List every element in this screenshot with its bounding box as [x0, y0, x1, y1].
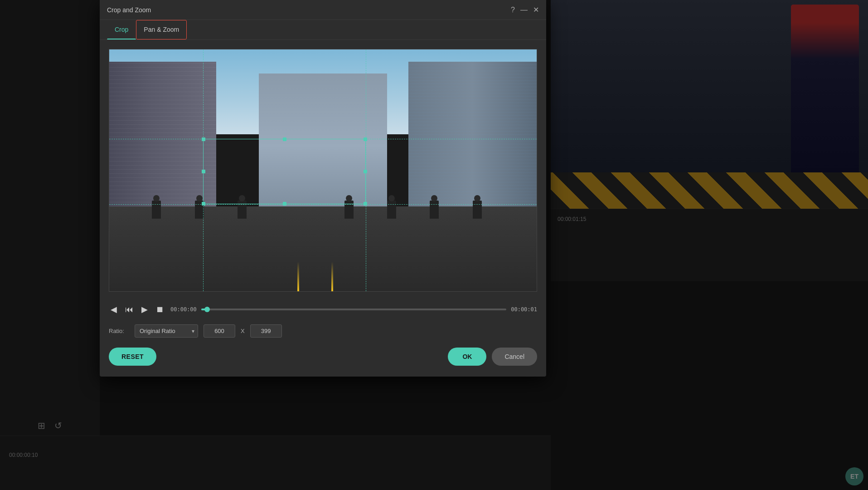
minimize-icon[interactable]: —: [520, 6, 528, 14]
stop-button[interactable]: ⏹: [154, 303, 166, 316]
titlebar-controls: ? — ✕: [511, 5, 539, 14]
current-time: 00:00:00: [170, 306, 197, 313]
button-group: OK Cancel: [448, 348, 537, 366]
ratio-select-wrapper: Original Ratio 16:9 4:3 1:1 9:16: [135, 324, 198, 338]
person-4: [344, 201, 354, 219]
help-icon[interactable]: ?: [511, 6, 515, 14]
height-input[interactable]: [250, 324, 282, 338]
modal-titlebar: Crop and Zoom ? — ✕: [100, 0, 546, 20]
cancel-button[interactable]: Cancel: [492, 348, 537, 366]
modal-body: ◀ ⏮ ▶ ⏹ 00:00:00 00:00:01 Ratio: Origina…: [100, 40, 546, 377]
person-6: [430, 201, 439, 219]
dimension-separator: X: [241, 328, 245, 334]
play-button[interactable]: ▶: [140, 303, 150, 316]
video-preview[interactable]: [109, 49, 537, 292]
reset-button[interactable]: RESET: [109, 348, 156, 366]
tab-pan-zoom[interactable]: Pan & Zoom: [136, 20, 187, 39]
width-input[interactable]: [204, 324, 235, 338]
progress-bar[interactable]: [201, 309, 506, 310]
street-layer: [109, 206, 537, 291]
modal-title: Crop and Zoom: [107, 6, 151, 14]
ok-button[interactable]: OK: [448, 348, 486, 366]
person-1: [152, 201, 161, 219]
modal-tabs: Crop Pan & Zoom: [100, 20, 546, 40]
road-line-left: [297, 262, 299, 291]
ratio-row: Ratio: Original Ratio 16:9 4:3 1:1 9:16 …: [109, 320, 537, 342]
person-3: [238, 201, 247, 219]
modal-overlay: Crop and Zoom ? — ✕ Crop Pan & Zoom: [0, 0, 868, 490]
road-line-right: [331, 262, 333, 291]
modal-dialog: Crop and Zoom ? — ✕ Crop Pan & Zoom: [100, 0, 546, 377]
people-layer: [109, 182, 537, 219]
close-icon[interactable]: ✕: [533, 5, 539, 14]
ratio-select[interactable]: Original Ratio 16:9 4:3 1:1 9:16: [135, 324, 198, 338]
progress-thumb[interactable]: [204, 307, 210, 312]
total-time: 00:00:01: [511, 306, 537, 313]
step-back-button[interactable]: ⏮: [123, 303, 135, 316]
person-5: [387, 201, 396, 219]
playback-bar: ◀ ⏮ ▶ ⏹ 00:00:00 00:00:01: [109, 299, 537, 320]
rewind-button[interactable]: ◀: [109, 303, 119, 316]
person-7: [473, 201, 482, 219]
city-scene: [109, 49, 537, 291]
ratio-label: Ratio:: [109, 328, 129, 334]
action-row: RESET OK Cancel: [109, 342, 537, 368]
tab-crop[interactable]: Crop: [107, 20, 136, 39]
person-2: [195, 201, 204, 219]
